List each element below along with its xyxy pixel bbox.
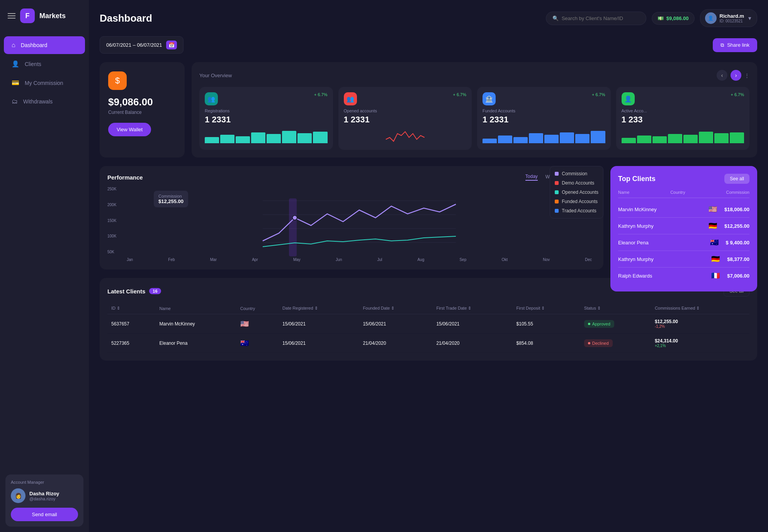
legend-opened-dot (555, 190, 559, 194)
search-icon: 🔍 (552, 15, 559, 21)
account-manager-card: Account Manager 👩 Dasha Rizoy @dasha.riz… (5, 474, 83, 527)
col-first-trade: First Trade Date ⇕ (432, 303, 512, 314)
legend-commission-label: Commission (562, 171, 587, 176)
x-jun: Jun (336, 258, 342, 262)
sidebar: F Markets ⌂ Dashboard 👤 Clients 💳 My Com… (0, 0, 89, 532)
sidebar-item-commission[interactable]: 💳 My Commission (4, 74, 85, 92)
legend-funded: Funded Accounts (555, 199, 598, 204)
account-manager-info: 👩 Dasha Rizoy @dasha.rizoy (11, 488, 78, 503)
x-may: May (293, 258, 301, 262)
opened-accounts-chart (344, 128, 467, 143)
client-founded-1: 21/04/2020 (359, 334, 432, 353)
top-client-country-1: 🇩🇪 (701, 222, 724, 230)
x-nov: Nov (543, 258, 550, 262)
top-client-row-0: Marvin McKinney 🇺🇸 $18,006.00 (618, 201, 749, 218)
y-label-200k: 200K (107, 203, 121, 207)
status-text-0: Approved (592, 322, 610, 326)
hamburger-menu[interactable] (8, 13, 15, 19)
top-clients-see-all-button[interactable]: See all (724, 174, 749, 184)
top-clients-card: Top Clients See all Name Country Commiss… (610, 166, 757, 291)
legend-demo: Demo Accounts (555, 180, 598, 186)
performance-chart (123, 187, 596, 256)
client-id-0: 5637657 (107, 314, 156, 334)
share-button[interactable]: ⧉ Share link (713, 38, 757, 52)
col-id: ID ⇕ (107, 303, 156, 314)
search-input[interactable] (562, 15, 640, 21)
user-badge[interactable]: 👤 Richard.m ID: 00123521 ▼ (700, 9, 757, 27)
send-email-button[interactable]: Send email (11, 508, 78, 521)
chart-container: 250K 200K 150K 100K 50K Commission $12,2… (107, 187, 596, 262)
active-accounts-value: 1 233 (622, 115, 744, 125)
client-country-1: 🇦🇺 (236, 334, 279, 353)
col-founded-date: Founded Date ⇕ (359, 303, 432, 314)
client-name-0: Marvin McKinney (156, 314, 236, 334)
client-date-reg-0: 15/06/2021 (279, 314, 359, 334)
main-content: Dashboard 🔍 💵 $9,086.00 👤 Richard.m ID: … (89, 0, 768, 532)
top-client-commission-1: $12,255.00 (724, 223, 749, 229)
legend-traded-dot (555, 209, 559, 213)
withdrawals-icon: 🗂 (12, 98, 18, 105)
view-wallet-button[interactable]: View Wallet (108, 123, 151, 136)
top-client-name-1: Kathryn Murphy (618, 223, 701, 229)
chevron-down-icon: ▼ (747, 15, 752, 21)
client-date-reg-1: 15/06/2021 (279, 334, 359, 353)
overview-prev-button[interactable]: ‹ (717, 70, 727, 81)
share-icon: ⧉ (720, 42, 724, 48)
registrations-chart (205, 128, 328, 143)
wallet-card: $ $9,086.00 Current Balance View Wallet (100, 62, 185, 158)
table-header-row: ID ⇕ Name Country Date Registered ⇕ Foun… (107, 303, 749, 314)
registrations-value: 1 2331 (205, 115, 328, 125)
overview-card-opened: 👥 + 6.7% Opened accounts 1 2331 (338, 87, 472, 150)
legend-opened-label: Opened Accounts (562, 190, 598, 195)
legend-traded-label: Traded Accounts (562, 208, 596, 213)
chart-area: Commission $12,255.00 (123, 187, 596, 262)
date-picker[interactable]: 06/07/2021 – 06/07/2021 📅 (100, 36, 184, 54)
sidebar-item-dashboard[interactable]: ⌂ Dashboard (4, 36, 85, 54)
latest-clients-table: ID ⇕ Name Country Date Registered ⇕ Foun… (107, 303, 749, 353)
latest-clients-badge: 16 (149, 288, 161, 294)
more-options-icon[interactable]: ⋮ (744, 73, 749, 78)
sidebar-item-withdrawals[interactable]: 🗂 Withdrawals (4, 93, 85, 110)
table-row: 5227365 Eleanor Pena 🇦🇺 15/06/2021 21/04… (107, 334, 749, 353)
svg-point-5 (292, 215, 297, 220)
top-client-country-0: 🇺🇸 (701, 205, 724, 213)
client-founded-0: 15/06/2021 (359, 314, 432, 334)
performance-topclient-row: Performance Today Weekly Monthly ⋮ (100, 166, 757, 269)
flag-icon-2: 🇦🇺 (710, 239, 719, 246)
date-range-value: 06/07/2021 – 06/07/2021 (106, 42, 162, 48)
x-apr: Apr (252, 258, 258, 262)
client-deposit-0: $105.55 (513, 314, 580, 334)
top-client-commission-2: $ 9,400.00 (726, 240, 749, 246)
col-country: Country (670, 190, 685, 195)
x-mar: Mar (210, 258, 217, 262)
balance-badge: 💵 $9,086.00 (652, 12, 695, 25)
performance-body: 250K 200K 150K 100K 50K Commission $12,2… (107, 187, 596, 262)
x-feb: Feb (168, 258, 175, 262)
search-bar[interactable]: 🔍 (546, 12, 646, 25)
client-flag-0: 🇺🇸 (240, 320, 249, 328)
active-accounts-chart (622, 128, 744, 143)
sidebar-item-label: My Commission (25, 80, 63, 86)
funded-accounts-chart (483, 128, 605, 143)
x-axis: Jan Feb Mar Apr May Jun Jul Aug Sep Okt (123, 258, 596, 262)
overview-next-button[interactable]: › (731, 70, 741, 81)
wallet-amount: $9,086.00 (108, 96, 153, 108)
top-client-name-3: Kathryn Murphy (618, 256, 704, 262)
legend-funded-label: Funded Accounts (562, 199, 598, 204)
dashboard-icon: ⌂ (12, 42, 15, 49)
top-client-commission-4: $7,006.00 (727, 273, 749, 279)
top-client-row-3: Kathryn Murphy 🇩🇪 $8,377.00 (618, 251, 749, 268)
sidebar-item-clients[interactable]: 👤 Clients (4, 55, 85, 73)
client-first-trade-1: 21/04/2020 (432, 334, 512, 353)
sidebar-item-label: Clients (25, 61, 41, 67)
x-aug: Aug (417, 258, 424, 262)
avatar: 👤 (705, 12, 717, 24)
client-flag-1: 🇦🇺 (240, 339, 249, 347)
top-clients-wrapper: Top Clients See all Name Country Commiss… (610, 166, 757, 269)
registrations-label: Registrations (205, 108, 328, 113)
funded-accounts-percent: + 6.7% (592, 92, 605, 97)
top-client-row-1: Kathryn Murphy 🇩🇪 $12,255.00 (618, 218, 749, 234)
chart-tooltip: Commission $12,255.00 (154, 191, 188, 207)
tab-today[interactable]: Today (525, 174, 538, 181)
y-label-250k: 250K (107, 187, 121, 191)
